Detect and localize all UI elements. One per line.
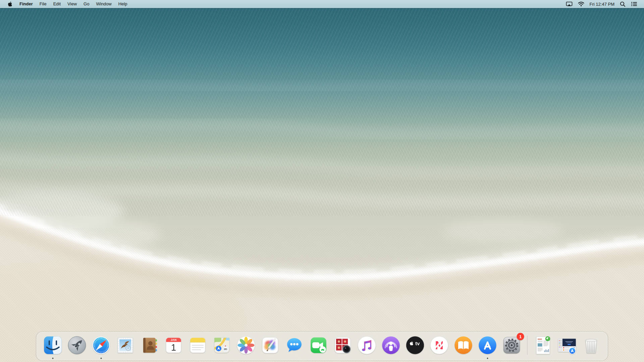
dock-item-messages[interactable] (284, 335, 305, 356)
dock-item-tv[interactable]: tv (405, 335, 426, 356)
menu-edit[interactable]: Edit (50, 0, 64, 8)
menu-file[interactable]: File (36, 0, 50, 8)
trash-icon (581, 335, 602, 356)
wallpaper-beach (0, 0, 644, 362)
dock-item-system-preferences[interactable]: 1 (501, 335, 522, 356)
running-indicator (487, 358, 488, 359)
facetime-icon (308, 335, 329, 356)
dock: JAN 1 (37, 332, 608, 360)
svg-text:1: 1 (171, 342, 176, 353)
dock-item-safari[interactable] (91, 335, 112, 356)
finder-icon (43, 335, 63, 356)
maps-icon: 3D (212, 335, 232, 356)
dock-item-facetime[interactable] (308, 335, 329, 356)
minimized-window-thumbnail (557, 335, 578, 356)
notes-icon (187, 335, 208, 356)
dock-item-finder[interactable] (43, 335, 63, 356)
dock-item-news[interactable]: N (429, 335, 450, 356)
dock-item-launchpad[interactable] (67, 335, 88, 356)
notification-list-icon[interactable] (628, 0, 640, 8)
photo-booth-icon (332, 335, 353, 356)
dock-item-music[interactable] (357, 335, 377, 356)
apple-logo-icon (8, 1, 13, 7)
dock-item-calendar[interactable]: JAN 1 (163, 335, 184, 356)
contacts-icon (139, 335, 160, 356)
music-icon (357, 335, 377, 356)
running-indicator (101, 358, 102, 359)
spotlight-icon[interactable] (617, 0, 628, 8)
wifi-icon[interactable] (575, 0, 587, 8)
dock-item-maps[interactable]: 3D (212, 335, 232, 356)
dock-item-contacts[interactable] (139, 335, 160, 356)
dock-item-app-store[interactable] (477, 335, 498, 356)
apple-menu[interactable] (5, 1, 16, 7)
dock-separator (527, 336, 528, 355)
dock-item-photo-booth[interactable] (332, 335, 353, 356)
svg-text:3D: 3D (224, 348, 227, 351)
svg-text:JAN: JAN (171, 338, 176, 342)
pixelmator-icon (260, 335, 281, 356)
photos-icon (236, 335, 257, 356)
dock-item-mail[interactable] (115, 335, 136, 356)
safari-icon (91, 335, 112, 356)
messages-icon (284, 335, 305, 356)
news-icon: N (429, 335, 450, 356)
dock-item-podcasts[interactable] (381, 335, 401, 356)
mail-icon (115, 335, 136, 356)
menu-clock[interactable]: Fri 12:47 PM (587, 2, 617, 7)
launchpad-icon (67, 335, 88, 356)
minimized-document-thumbnail (533, 335, 553, 356)
dock-item-trash[interactable] (581, 335, 602, 356)
desktop: Finder File Edit View Go Window Help (0, 0, 644, 362)
menu-go[interactable]: Go (80, 0, 93, 8)
dock-item-notes[interactable] (187, 335, 208, 356)
screen-mirroring-icon[interactable] (563, 0, 575, 8)
menu-window[interactable]: Window (93, 0, 115, 8)
books-icon (453, 335, 474, 356)
notification-badge: 1 (517, 333, 524, 340)
dock-item-minimized-document[interactable] (533, 335, 553, 356)
podcasts-icon (381, 335, 401, 356)
menu-view[interactable]: View (64, 0, 80, 8)
menu-help[interactable]: Help (115, 0, 131, 8)
app-store-icon (477, 335, 498, 356)
dock-item-photos[interactable] (236, 335, 257, 356)
tv-icon: tv (405, 335, 426, 356)
menu-app-name[interactable]: Finder (16, 0, 36, 8)
running-indicator (52, 358, 54, 359)
dock-item-pixelmator-pro[interactable] (260, 335, 281, 356)
dock-item-minimized-app-store-window[interactable] (557, 335, 578, 356)
dock-item-books[interactable] (453, 335, 474, 356)
svg-text:tv: tv (415, 341, 420, 346)
calendar-icon: JAN 1 (163, 335, 184, 356)
menu-bar: Finder File Edit View Go Window Help (0, 0, 644, 8)
